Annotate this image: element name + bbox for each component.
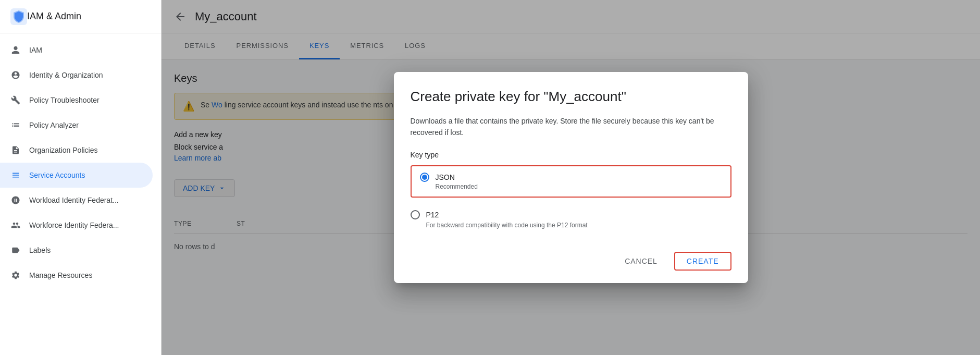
p12-option[interactable]: P12 For backward compatibility with code… <box>411 204 731 235</box>
workforce-icon <box>10 220 21 230</box>
sidebar-label-identity-org: Identity & Organization <box>29 71 103 79</box>
iam-logo-icon <box>10 8 27 25</box>
sidebar-item-policy-troubleshooter[interactable]: Policy Troubleshooter <box>0 88 153 113</box>
app-title: IAM & Admin <box>27 11 81 22</box>
dialog-description: Downloads a file that contains the priva… <box>411 115 731 139</box>
key-type-label: Key type <box>411 151 731 159</box>
json-option[interactable]: JSON Recommended <box>411 165 731 198</box>
workload-icon <box>10 195 21 205</box>
doc-icon <box>10 145 21 155</box>
create-button[interactable]: CREATE <box>674 252 731 271</box>
modal-overlay: Create private key for "My_account" Down… <box>162 0 980 355</box>
sidebar-label-organization-policies: Organization Policies <box>29 146 98 154</box>
sidebar-label-labels: Labels <box>29 246 51 254</box>
main-content: My_account DETAILS PERMISSIONS KEYS METR… <box>162 0 980 355</box>
person-icon <box>10 45 21 55</box>
wrench-icon <box>10 95 21 105</box>
policy-analyzer-icon <box>10 120 21 130</box>
sidebar-label-policy-analyzer: Policy Analyzer <box>29 121 79 129</box>
dialog: Create private key for "My_account" Down… <box>394 72 748 284</box>
p12-radio[interactable] <box>411 210 420 219</box>
sidebar-label-service-accounts: Service Accounts <box>29 171 85 179</box>
sidebar-label-iam: IAM <box>29 46 42 54</box>
sidebar-item-policy-analyzer[interactable]: Policy Analyzer <box>0 113 153 138</box>
sidebar-item-iam[interactable]: IAM <box>0 38 153 63</box>
json-radio[interactable] <box>420 173 429 182</box>
sidebar-label-workload-identity: Workload Identity Federat... <box>29 196 119 204</box>
cancel-button[interactable]: CANCEL <box>612 252 670 271</box>
sidebar-item-identity-org[interactable]: Identity & Organization <box>0 63 153 88</box>
p12-label: P12 <box>426 211 439 219</box>
json-sublabel: Recommended <box>436 183 722 190</box>
sidebar-item-organization-policies[interactable]: Organization Policies <box>0 138 153 163</box>
dialog-actions: CANCEL CREATE <box>411 252 731 271</box>
sidebar-label-manage-resources: Manage Resources <box>29 271 92 279</box>
dialog-title: Create private key for "My_account" <box>411 89 731 105</box>
gear-icon <box>10 270 21 280</box>
sidebar-nav: IAM Identity & Organization Policy Troub… <box>0 33 161 355</box>
service-accounts-icon <box>10 170 21 180</box>
sidebar-item-service-accounts[interactable]: Service Accounts <box>0 163 153 188</box>
sidebar-item-workforce-identity[interactable]: Workforce Identity Federa... <box>0 213 153 238</box>
sidebar-item-manage-resources[interactable]: Manage Resources <box>0 263 153 288</box>
sidebar-item-labels[interactable]: Labels <box>0 238 153 263</box>
sidebar-label-workforce-identity: Workforce Identity Federa... <box>29 221 119 229</box>
sidebar-label-policy-troubleshooter: Policy Troubleshooter <box>29 96 100 104</box>
tag-icon <box>10 245 21 255</box>
sidebar: IAM & Admin IAM Identity & Organization … <box>0 0 162 355</box>
sidebar-item-workload-identity[interactable]: Workload Identity Federat... <box>0 188 153 213</box>
sidebar-header: IAM & Admin <box>0 0 161 33</box>
person-circle-icon <box>10 70 21 80</box>
p12-sublabel: For backward compatibility with code usi… <box>426 222 723 229</box>
json-label: JSON <box>436 173 455 181</box>
